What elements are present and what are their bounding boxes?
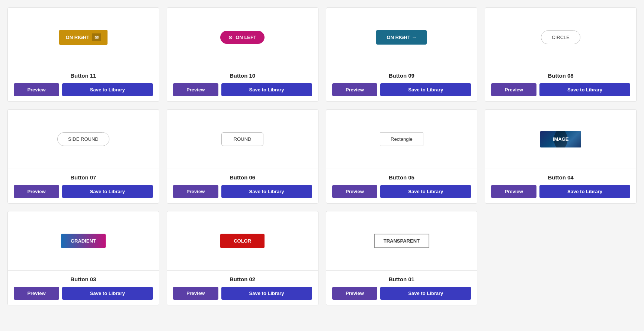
card-preview-btn11: ON RIGHT ✉: [8, 8, 159, 67]
card-preview-btn05: Rectangle: [326, 110, 477, 169]
row-3: GRADIENT Button 03 Preview Save to Libra…: [7, 211, 637, 305]
save-button-btn01[interactable]: Save to Library: [380, 287, 471, 300]
card-title-btn08: Button 08: [491, 72, 630, 79]
card-footer-btn06: Button 06 Preview Save to Library: [167, 169, 318, 203]
preview-button-btn05[interactable]: Preview: [332, 185, 378, 198]
card-title-btn03: Button 03: [14, 276, 153, 282]
preview-btn-round[interactable]: ROUND: [221, 132, 264, 146]
save-button-btn04[interactable]: Save to Library: [539, 185, 630, 198]
card-actions-btn09: Preview Save to Library: [332, 83, 471, 96]
image-bg: IMAGE: [540, 131, 581, 147]
preview-btn-on-right[interactable]: ON RIGHT ✉: [59, 30, 108, 45]
card-preview-btn03: GRADIENT: [8, 211, 159, 271]
preview-button-btn04[interactable]: Preview: [491, 185, 536, 198]
card-btn02: COLOR Button 02 Preview Save to Library: [167, 211, 318, 305]
card-preview-btn02: COLOR: [167, 211, 318, 271]
preview-btn-circle[interactable]: CIRCLE: [541, 30, 580, 44]
preview-btn-image[interactable]: IMAGE: [540, 131, 581, 147]
card-actions-btn02: Preview Save to Library: [173, 287, 312, 300]
card-actions-btn05: Preview Save to Library: [332, 185, 471, 198]
card-title-btn04: Button 04: [491, 174, 630, 181]
card-title-btn10: Button 10: [173, 72, 312, 79]
card-actions-btn04: Preview Save to Library: [491, 185, 630, 198]
card-actions-btn03: Preview Save to Library: [14, 287, 153, 300]
card-btn09: ON RIGHT → Button 09 Preview Save to Lib…: [326, 7, 478, 102]
card-title-btn06: Button 06: [173, 174, 312, 181]
save-button-btn09[interactable]: Save to Library: [380, 83, 471, 96]
preview-button-btn11[interactable]: Preview: [14, 83, 59, 96]
on-left-label: ON LEFT: [236, 35, 256, 40]
save-button-btn03[interactable]: Save to Library: [62, 287, 153, 300]
save-button-btn11[interactable]: Save to Library: [62, 83, 153, 96]
play-icon: ⊙: [228, 35, 233, 40]
card-title-btn02: Button 02: [173, 276, 312, 282]
card-actions-btn08: Preview Save to Library: [491, 83, 630, 96]
page-container: ON RIGHT ✉ Button 11 Preview Save to Lib…: [7, 7, 637, 305]
card-footer-btn11: Button 11 Preview Save to Library: [8, 67, 159, 101]
save-button-btn07[interactable]: Save to Library: [62, 185, 153, 198]
card-footer-btn08: Button 08 Preview Save to Library: [485, 67, 636, 101]
card-footer-btn02: Button 02 Preview Save to Library: [167, 271, 318, 305]
preview-btn-gradient[interactable]: GRADIENT: [61, 234, 106, 248]
card-preview-btn06: ROUND: [167, 110, 318, 169]
card-preview-btn10: ⊙ ON LEFT: [167, 8, 318, 67]
preview-button-btn08[interactable]: Preview: [491, 83, 536, 96]
card-actions-btn07: Preview Save to Library: [14, 185, 153, 198]
card-preview-btn07: SIDE ROUND: [8, 110, 159, 169]
save-button-btn02[interactable]: Save to Library: [221, 287, 312, 300]
preview-btn-transparent[interactable]: TRANSPARENT: [374, 234, 429, 248]
card-btn11: ON RIGHT ✉ Button 11 Preview Save to Lib…: [7, 7, 159, 102]
preview-btn-color[interactable]: COLOR: [220, 234, 265, 248]
on-right-label: ON RIGHT: [66, 35, 90, 40]
image-label: IMAGE: [553, 136, 569, 142]
card-btn03: GRADIENT Button 03 Preview Save to Libra…: [7, 211, 159, 305]
card-btn04: IMAGE Button 04 Preview Save to Library: [485, 109, 637, 204]
card-actions-btn10: Preview Save to Library: [173, 83, 312, 96]
card-btn01: TRANSPARENT Button 01 Preview Save to Li…: [326, 211, 478, 305]
card-footer-btn10: Button 10 Preview Save to Library: [167, 67, 318, 101]
row-2: SIDE ROUND Button 07 Preview Save to Lib…: [7, 109, 637, 204]
card-actions-btn06: Preview Save to Library: [173, 185, 312, 198]
save-button-btn06[interactable]: Save to Library: [221, 185, 312, 198]
card-footer-btn09: Button 09 Preview Save to Library: [326, 67, 477, 101]
card-footer-btn04: Button 04 Preview Save to Library: [485, 169, 636, 203]
email-icon: ✉: [92, 33, 101, 41]
card-preview-btn04: IMAGE: [485, 110, 636, 169]
card-footer-btn03: Button 03 Preview Save to Library: [8, 271, 159, 305]
preview-button-btn01[interactable]: Preview: [332, 287, 378, 300]
preview-button-btn07[interactable]: Preview: [14, 185, 59, 198]
row-1: ON RIGHT ✉ Button 11 Preview Save to Lib…: [7, 7, 637, 102]
card-footer-btn01: Button 01 Preview Save to Library: [326, 271, 477, 305]
card-actions-btn11: Preview Save to Library: [14, 83, 153, 96]
card-preview-btn08: CIRCLE: [485, 8, 636, 67]
card-title-btn05: Button 05: [332, 174, 471, 181]
card-preview-btn01: TRANSPARENT: [326, 211, 477, 271]
preview-button-btn09[interactable]: Preview: [332, 83, 378, 96]
preview-button-btn02[interactable]: Preview: [173, 287, 218, 300]
card-btn10: ⊙ ON LEFT Button 10 Preview Save to Libr…: [167, 7, 318, 102]
card-title-btn07: Button 07: [14, 174, 153, 181]
card-title-btn11: Button 11: [14, 72, 153, 79]
card-preview-btn09: ON RIGHT →: [326, 8, 477, 67]
preview-btn-on-right-arrow[interactable]: ON RIGHT →: [376, 30, 427, 45]
card-footer-btn07: Button 07 Preview Save to Library: [8, 169, 159, 203]
card-btn05: Rectangle Button 05 Preview Save to Libr…: [326, 109, 478, 204]
card-btn07: SIDE ROUND Button 07 Preview Save to Lib…: [7, 109, 159, 204]
card-title-btn09: Button 09: [332, 72, 471, 79]
preview-btn-on-left[interactable]: ⊙ ON LEFT: [220, 31, 265, 44]
card-footer-btn05: Button 05 Preview Save to Library: [326, 169, 477, 203]
save-button-btn05[interactable]: Save to Library: [380, 185, 471, 198]
card-actions-btn01: Preview Save to Library: [332, 287, 471, 300]
card-btn08: CIRCLE Button 08 Preview Save to Library: [485, 7, 637, 102]
save-button-btn10[interactable]: Save to Library: [221, 83, 312, 96]
on-right-arrow-label: ON RIGHT →: [387, 35, 416, 40]
preview-button-btn03[interactable]: Preview: [14, 287, 59, 300]
card-btn06: ROUND Button 06 Preview Save to Library: [167, 109, 318, 204]
preview-button-btn06[interactable]: Preview: [173, 185, 218, 198]
preview-button-btn10[interactable]: Preview: [173, 83, 218, 96]
preview-btn-rectangle[interactable]: Rectangle: [380, 132, 423, 146]
preview-btn-side-round[interactable]: SIDE ROUND: [57, 132, 109, 146]
save-button-btn08[interactable]: Save to Library: [539, 83, 630, 96]
card-title-btn01: Button 01: [332, 276, 471, 282]
